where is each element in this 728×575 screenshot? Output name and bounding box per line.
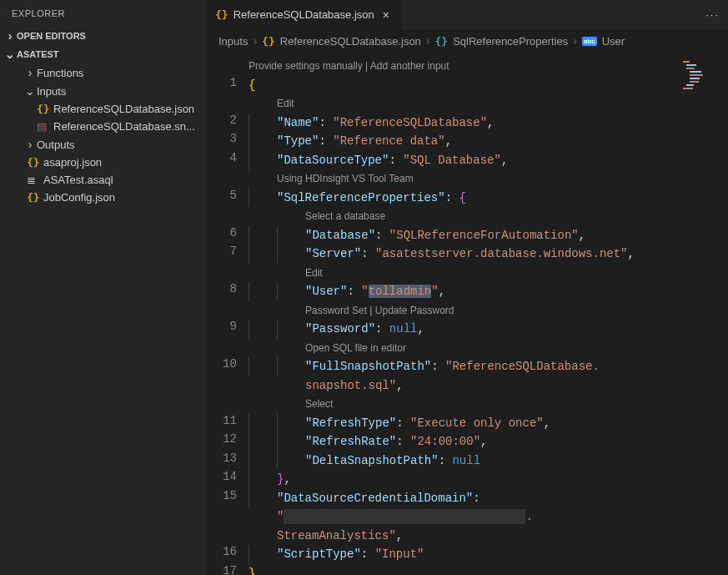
variable-icon: abc bbox=[582, 37, 597, 46]
json-icon: {} bbox=[27, 191, 43, 204]
codelens-selectdb[interactable]: Select a database bbox=[249, 207, 728, 226]
explorer-sidebar: EXPLORER › OPEN EDITORS ⌄ ASATEST › Func… bbox=[0, 0, 207, 575]
more-actions-button[interactable]: ··· bbox=[697, 8, 728, 21]
chevron-down-icon: ⌄ bbox=[23, 84, 37, 98]
file-asaproj[interactable]: {} asaproj.json bbox=[0, 154, 207, 171]
redacted-value bbox=[284, 509, 525, 524]
chevron-right-icon: › bbox=[426, 34, 430, 48]
tab-bar: {} ReferenceSQLDatabase.json × ··· bbox=[207, 0, 728, 29]
code-area[interactable]: Provide settings manually | Add another … bbox=[249, 53, 728, 575]
file-reference-snapshot[interactable]: ▤ ReferenceSQLDatabase.sn... bbox=[0, 118, 207, 135]
database-icon: ▤ bbox=[37, 120, 53, 133]
chevron-right-icon: › bbox=[573, 34, 577, 48]
codelens-top[interactable]: Provide settings manually | Add another … bbox=[249, 57, 728, 76]
file-icon: ≣ bbox=[27, 174, 43, 186]
chevron-down-icon: ⌄ bbox=[3, 48, 17, 61]
file-asatest-asaql[interactable]: ≣ ASATest.asaql bbox=[0, 171, 207, 189]
file-reference-json[interactable]: {} ReferenceSQLDatabase.json bbox=[0, 100, 207, 118]
json-icon: {} bbox=[27, 156, 43, 169]
json-icon: {} bbox=[37, 103, 53, 115]
codelens-select[interactable]: Select bbox=[249, 395, 728, 414]
codelens-edit[interactable]: Edit bbox=[249, 94, 728, 113]
folder-functions[interactable]: › Functions bbox=[0, 63, 207, 82]
line-gutter: 1 2 3 4 5 6 7 8 9 10 11 12 13 14 15 16 1… bbox=[207, 53, 249, 575]
folder-inputs[interactable]: ⌄ Inputs bbox=[0, 82, 207, 100]
chevron-right-icon: › bbox=[23, 66, 37, 79]
explorer-title: EXPLORER bbox=[0, 0, 207, 27]
codelens-tool[interactable]: Using HDInsight VS Tool Team bbox=[249, 169, 728, 189]
editor[interactable]: 1 2 3 4 5 6 7 8 9 10 11 12 13 14 15 16 1… bbox=[207, 53, 728, 575]
codelens-opensql[interactable]: Open SQL file in editor bbox=[249, 339, 728, 358]
chevron-right-icon: › bbox=[23, 138, 37, 151]
json-icon: {} bbox=[262, 35, 275, 48]
workspace-section[interactable]: ⌄ ASATEST bbox=[0, 45, 207, 63]
breadcrumb[interactable]: Inputs › {} ReferenceSQLDatabase.json › … bbox=[207, 29, 728, 53]
close-icon[interactable]: × bbox=[379, 8, 393, 22]
editor-main: {} ReferenceSQLDatabase.json × ··· Input… bbox=[207, 0, 728, 575]
tab-title: ReferenceSQLDatabase.json bbox=[233, 8, 374, 21]
json-icon: {} bbox=[215, 8, 228, 21]
chevron-right-icon: › bbox=[253, 34, 257, 48]
open-editors-section[interactable]: › OPEN EDITORS bbox=[0, 27, 207, 45]
editor-tab[interactable]: {} ReferenceSQLDatabase.json × bbox=[207, 0, 402, 29]
codelens-edit-user[interactable]: Edit bbox=[249, 264, 728, 283]
object-icon: {} bbox=[435, 35, 449, 48]
chevron-right-icon: › bbox=[3, 29, 17, 43]
file-jobconfig[interactable]: {} JobConfig.json bbox=[0, 189, 207, 206]
tree: › OPEN EDITORS ⌄ ASATEST › Functions ⌄ I… bbox=[0, 27, 207, 206]
codelens-password[interactable]: Password Set | Update Password bbox=[249, 301, 728, 320]
folder-outputs[interactable]: › Outputs bbox=[0, 135, 207, 154]
